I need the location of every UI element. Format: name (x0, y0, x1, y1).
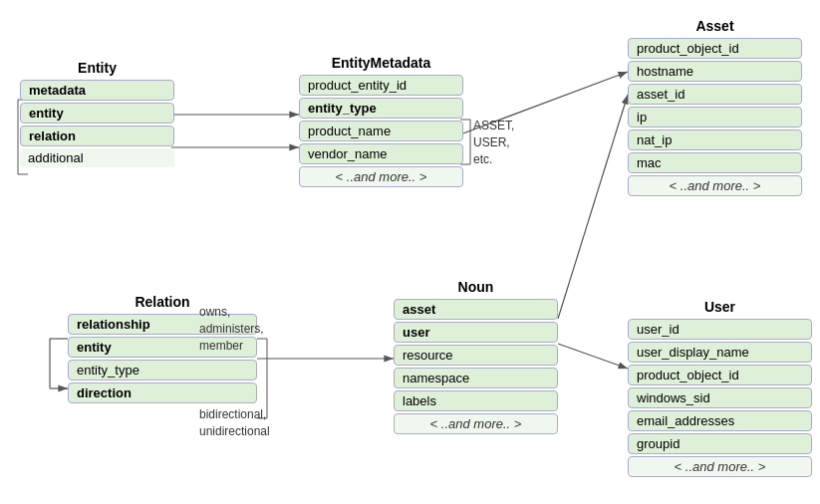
field-more-em: < ..and more.. > (299, 166, 463, 187)
field-more-user: < ..and more.. > (628, 456, 812, 477)
entity-metadata-title: EntityMetadata (299, 55, 463, 71)
field-more-asset: < ..and more.. > (628, 175, 802, 196)
field-mac: mac (628, 152, 802, 173)
asset-box: Asset product_object_id hostname asset_i… (628, 18, 802, 198)
field-vendor-name: vendor_name (299, 143, 463, 164)
field-user-id: user_id (628, 319, 812, 340)
field-resource: resource (394, 345, 558, 366)
asset-user-label: ASSET,USER,etc. (473, 118, 514, 167)
field-entity-type-rel: entity_type (68, 360, 257, 380)
entity-title: Entity (20, 60, 174, 76)
svg-line-6 (558, 344, 628, 369)
field-nat-ip: nat_ip (628, 129, 802, 150)
field-product-object-id-user: product_object_id (628, 365, 812, 385)
field-groupid: groupid (628, 433, 812, 454)
field-product-entity-id: product_entity_id (299, 75, 463, 96)
field-more-noun: < ..and more.. > (394, 413, 558, 434)
field-entity-type: entity_type (299, 98, 463, 119)
field-ip: ip (628, 107, 802, 127)
noun-title: Noun (394, 279, 558, 295)
field-direction: direction (68, 382, 257, 403)
entity-metadata-box: EntityMetadata product_entity_id entity_… (299, 55, 463, 189)
field-user-noun: user (394, 322, 558, 343)
user-title: User (628, 299, 812, 315)
field-product-name: product_name (299, 121, 463, 141)
field-email-addresses: email_addresses (628, 410, 812, 431)
asset-title: Asset (628, 18, 802, 34)
svg-line-5 (558, 95, 628, 319)
field-relation: relation (20, 126, 174, 146)
diagram: Entity metadata entity relation addition… (0, 0, 820, 504)
field-entity: entity (20, 103, 174, 124)
field-metadata: metadata (20, 80, 174, 101)
field-user-display-name: user_display_name (628, 342, 812, 363)
owns-label: owns,administers,member (199, 304, 264, 354)
field-hostname: hostname (628, 61, 802, 82)
field-asset-id: asset_id (628, 84, 802, 105)
field-namespace: namespace (394, 368, 558, 388)
field-additional: additional (20, 148, 174, 167)
bidirectional-label: bidirectional,unidirectional (199, 406, 270, 440)
user-box: User user_id user_display_name product_o… (628, 299, 812, 479)
field-windows-sid: windows_sid (628, 387, 812, 408)
field-asset-noun: asset (394, 299, 558, 320)
field-labels: labels (394, 390, 558, 411)
noun-box: Noun asset user resource namespace label… (394, 279, 558, 436)
entity-box: Entity metadata entity relation addition… (20, 60, 174, 169)
field-product-object-id-asset: product_object_id (628, 38, 802, 59)
